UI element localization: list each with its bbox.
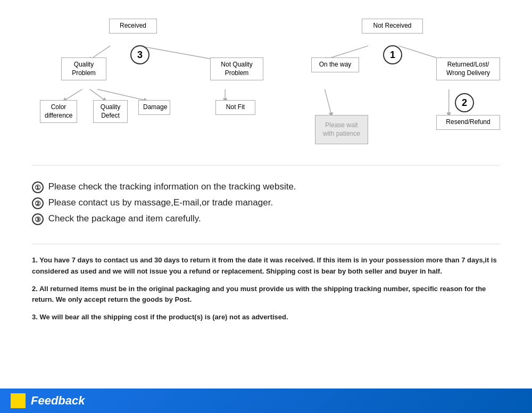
quality-problem-box: Quality Problem xyxy=(61,57,106,80)
instruction-item-3: ③ Check the package and item carefully. xyxy=(32,213,500,225)
not-received-box: Not Received xyxy=(362,19,423,34)
please-wait-box: Please wait with patience xyxy=(315,115,368,144)
svg-line-4 xyxy=(97,89,146,101)
color-difference-box: Color difference xyxy=(40,100,77,123)
circle-1: ① xyxy=(32,181,44,193)
badge-1: 1 xyxy=(383,45,402,64)
instruction-list: ① Please check the tracking information … xyxy=(32,181,500,225)
circle-2: ② xyxy=(32,197,44,209)
instructions-section: ① Please check the tracking information … xyxy=(11,171,521,238)
received-box: Received xyxy=(109,19,157,34)
footer-label: Feedback xyxy=(31,394,85,408)
on-the-way-box: On the way xyxy=(311,57,359,72)
not-quality-problem-box: Not Quality Problem xyxy=(210,57,263,80)
footer: Feedback xyxy=(0,389,532,413)
quality-defect-box: Quality Defect xyxy=(93,100,128,123)
svg-line-2 xyxy=(64,89,82,101)
instruction-item-1: ① Please check the tracking information … xyxy=(32,181,500,193)
svg-line-7 xyxy=(399,46,443,60)
returned-lost-box: Returned/Lost/ Wrong Delivery xyxy=(436,57,500,80)
policy-item-3: 3. We will bear all the shipping cost if… xyxy=(32,312,500,323)
svg-line-3 xyxy=(90,89,105,101)
policy-item-1: 1. You have 7 days to contact us and 30 … xyxy=(32,255,500,277)
badge-2: 2 xyxy=(455,93,474,112)
damage-box: Damage xyxy=(138,100,170,115)
resend-refund-box: Resend/Refund xyxy=(436,115,500,130)
instruction-item-2: ② Please contact us by massage,E-mail,or… xyxy=(32,197,500,209)
policy-section: 1. You have 7 days to contact us and 30 … xyxy=(11,250,521,340)
main-container: Received 3 Quality Problem Not Quality P… xyxy=(0,0,532,389)
svg-line-8 xyxy=(325,89,331,115)
not-fit-box: Not Fit xyxy=(215,100,255,115)
divider-1 xyxy=(32,165,500,166)
divider-2 xyxy=(32,244,500,244)
policy-item-2: 2. All returned items must be in the ori… xyxy=(32,284,500,306)
footer-yellow-square xyxy=(11,393,26,408)
flowchart: Received 3 Quality Problem Not Quality P… xyxy=(11,11,521,160)
svg-line-1 xyxy=(138,46,215,60)
circle-3: ③ xyxy=(32,213,44,225)
badge-3: 3 xyxy=(130,45,149,64)
